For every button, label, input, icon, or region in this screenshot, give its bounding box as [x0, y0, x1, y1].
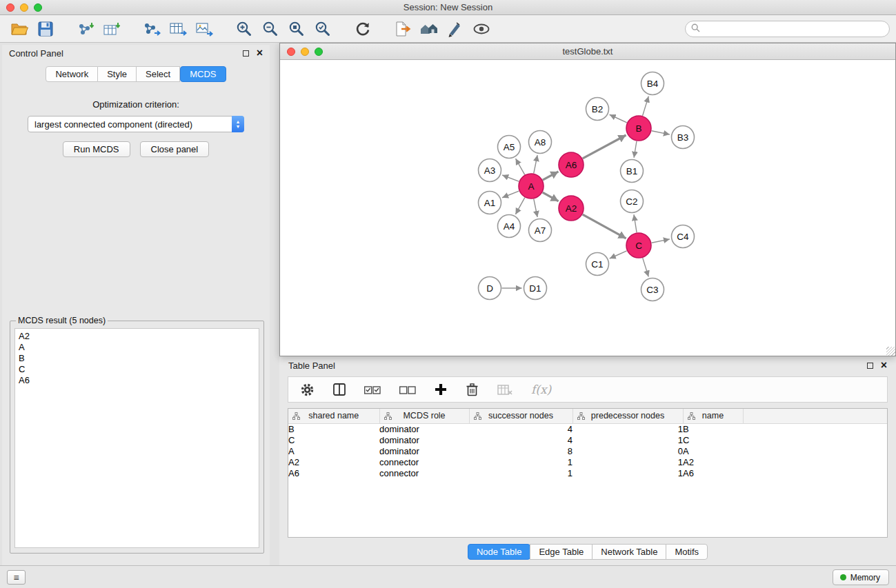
column-header-predecessor-nodes[interactable]: predecessor nodes: [573, 409, 683, 423]
zoom-in-icon[interactable]: [233, 18, 255, 40]
graph-edge-A-A4[interactable]: [515, 198, 524, 214]
graph-edge-B-B1[interactable]: [634, 141, 637, 158]
graph-node-label: A4: [504, 221, 515, 232]
search-field[interactable]: [685, 21, 890, 37]
close-panel-icon[interactable]: ×: [257, 50, 263, 57]
list-icon: ≡: [13, 572, 19, 583]
tab-edge-table[interactable]: Edge Table: [530, 544, 593, 560]
graph-edge-A6-B[interactable]: [583, 135, 626, 159]
network-window-titlebar[interactable]: testGlobe.txt: [280, 43, 895, 60]
select-all-icon[interactable]: [364, 381, 381, 398]
table-row[interactable]: Bdominator41B: [288, 423, 887, 434]
add-column-icon[interactable]: [435, 381, 447, 398]
graph-edge-B-B4[interactable]: [643, 97, 649, 116]
graph-edge-A-A6[interactable]: [543, 172, 559, 180]
table-toolbar: f(x): [288, 376, 888, 403]
table-row[interactable]: Cdominator41C: [288, 434, 887, 445]
float-panel-icon[interactable]: [243, 50, 249, 57]
graph-node-label: A: [528, 181, 534, 192]
column-type-icon: [384, 412, 392, 422]
graph-edge-C-C2[interactable]: [634, 214, 637, 232]
mcds-result-item[interactable]: B: [19, 353, 255, 364]
tab-network-table[interactable]: Network Table: [592, 544, 666, 560]
memory-button[interactable]: Memory: [833, 569, 889, 585]
column-header-MCDS-role[interactable]: MCDS role: [379, 409, 469, 423]
graph-edge-C-C3[interactable]: [643, 258, 649, 276]
mcds-result-item[interactable]: A6: [19, 375, 255, 386]
tab-node-table[interactable]: Node Table: [468, 544, 531, 560]
tab-mcds[interactable]: MCDS: [180, 66, 226, 82]
close-window-button[interactable]: [6, 3, 14, 12]
dropdown-value: largest connected component (directed): [34, 119, 192, 130]
graph-edge-A-A5[interactable]: [516, 159, 525, 174]
resize-grip[interactable]: [886, 347, 895, 356]
table-row[interactable]: A2connector11A2: [288, 456, 887, 467]
table-row[interactable]: A6connector11A6: [288, 467, 887, 478]
export-image-icon[interactable]: [193, 18, 215, 40]
graph-node-label: C1: [591, 259, 603, 270]
mcds-result-item[interactable]: A2: [19, 331, 255, 342]
mcds-result-title: MCDS result (5 nodes): [16, 316, 108, 325]
function-builder-icon[interactable]: f(x): [531, 381, 551, 398]
run-mcds-button[interactable]: Run MCDS: [63, 141, 130, 157]
optimization-dropdown[interactable]: largest connected component (directed) ▲…: [28, 116, 244, 132]
main-toolbar: [0, 15, 896, 43]
import-table-icon[interactable]: [101, 18, 123, 40]
tab-select[interactable]: Select: [137, 66, 180, 82]
delete-table-icon[interactable]: [497, 381, 512, 398]
graph-edge-A2-C[interactable]: [583, 214, 626, 239]
column-header-shared-name[interactable]: shared name: [288, 409, 379, 423]
graph-edge-C-C1[interactable]: [610, 251, 627, 258]
graph-node-label: A5: [504, 142, 515, 152]
network-graph-canvas[interactable]: AA6A2BCA5A8A3A1A4A7B2B4B3B1C2C4C1C3DD1: [280, 60, 895, 355]
network-window-title: testGlobe.txt: [280, 43, 895, 60]
graph-edge-B-B3[interactable]: [652, 131, 670, 134]
search-input[interactable]: [703, 24, 889, 34]
new-network-icon[interactable]: [141, 18, 163, 40]
zoom-fit-icon[interactable]: [286, 18, 308, 40]
deselect-all-icon[interactable]: [399, 381, 416, 398]
minimize-window-button[interactable]: [20, 3, 28, 12]
show-columns-icon[interactable]: [333, 381, 346, 398]
save-session-icon[interactable]: [34, 18, 57, 40]
table-row[interactable]: Adominator80A: [288, 445, 887, 456]
table-panel: Table Panel × f(x): [279, 356, 896, 565]
delete-column-icon[interactable]: [466, 381, 479, 398]
control-panel: Control Panel × NetworkStyleSelectMCDS O…: [2, 45, 270, 565]
graph-edge-B-B2[interactable]: [610, 114, 627, 123]
apply-style-icon[interactable]: [444, 18, 466, 40]
open-session-icon[interactable]: [8, 18, 30, 40]
zoom-window-button[interactable]: [34, 3, 42, 12]
show-hide-icon[interactable]: [470, 18, 492, 40]
tab-motifs[interactable]: Motifs: [666, 544, 708, 560]
graph-edge-A-A1[interactable]: [502, 191, 519, 198]
import-network-icon[interactable]: [74, 18, 97, 40]
graph-node-label: C4: [677, 232, 689, 242]
task-history-button[interactable]: ≡: [7, 570, 26, 585]
column-header-name[interactable]: name: [683, 409, 743, 423]
graph-edge-A-A2[interactable]: [543, 192, 559, 201]
graph-node-label: A7: [535, 225, 546, 236]
home-views-icon[interactable]: [418, 18, 440, 40]
new-table-icon[interactable]: [167, 18, 189, 40]
column-header-successor-nodes[interactable]: successor nodes: [469, 409, 573, 423]
graph-edge-A-A8[interactable]: [534, 155, 537, 173]
float-table-panel-icon[interactable]: [867, 363, 873, 369]
zoom-selected-icon[interactable]: [312, 18, 334, 40]
export-file-icon[interactable]: [392, 18, 414, 40]
graph-edge-A-A7[interactable]: [534, 199, 537, 217]
optimization-criterion-label: Optimization criterion:: [2, 99, 270, 110]
close-table-panel-icon[interactable]: ×: [881, 362, 887, 369]
refresh-icon[interactable]: [352, 18, 374, 40]
mcds-result-item[interactable]: A: [19, 342, 255, 353]
tab-network[interactable]: Network: [46, 66, 98, 82]
table-settings-gear-icon[interactable]: [300, 381, 315, 398]
control-panel-title: Control Panel: [9, 48, 63, 59]
graph-edge-A-A3[interactable]: [502, 175, 519, 181]
tab-style[interactable]: Style: [98, 66, 137, 82]
mcds-result-list[interactable]: A2ABCA6: [14, 328, 259, 548]
close-panel-button[interactable]: Close panel: [140, 141, 210, 157]
mcds-result-item[interactable]: C: [19, 364, 255, 375]
graph-edge-C-C4[interactable]: [652, 239, 670, 243]
zoom-out-icon[interactable]: [259, 18, 281, 40]
